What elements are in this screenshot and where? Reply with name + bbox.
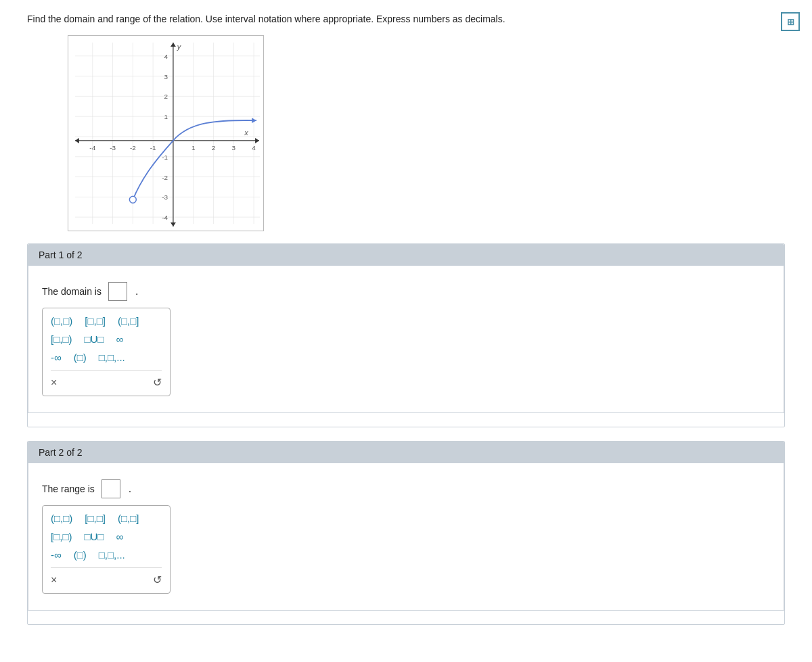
sym-open-open-1[interactable]: (□,□) — [51, 315, 72, 327]
svg-text:-4: -4 — [162, 214, 168, 221]
graph-svg: x y -4 -3 -2 -1 1 2 3 4 4 3 2 1 -1 — [68, 36, 263, 231]
part2-symbol-panel: (□,□) [□,□] (□,□] [□,□) □U□ ∞ -∞ (□) □,□… — [42, 505, 171, 594]
range-dot: . — [129, 483, 131, 495]
part1-section: Part 1 of 2 The domain is . (□,□) [□,□] … — [27, 243, 785, 427]
part1-symbol-row1: (□,□) [□,□] (□,□] — [51, 315, 162, 327]
svg-marker-20 — [255, 138, 259, 143]
svg-marker-23 — [171, 222, 176, 227]
sym-list-1[interactable]: □,□,... — [99, 352, 125, 363]
sym-union-2[interactable]: □U□ — [84, 531, 104, 542]
sym-union-1[interactable]: □U□ — [84, 333, 104, 345]
svg-text:-1: -1 — [162, 153, 168, 161]
svg-marker-22 — [75, 138, 79, 143]
sym-inf-2[interactable]: ∞ — [116, 531, 123, 542]
sym-list-2[interactable]: □,□,... — [99, 549, 125, 561]
domain-label: The domain is — [42, 286, 102, 297]
part1-body: The domain is . (□,□) [□,□] (□,□] [□,□) … — [28, 266, 784, 413]
part2-clear-button[interactable]: × — [51, 574, 57, 586]
svg-text:4: 4 — [164, 53, 168, 60]
part2-body: The range is . (□,□) [□,□] (□,□] [□,□) □… — [28, 463, 784, 611]
sym-neg-inf-2[interactable]: -∞ — [51, 549, 62, 561]
domain-input[interactable] — [108, 282, 127, 301]
sym-inf-1[interactable]: ∞ — [116, 333, 123, 345]
part2-undo-button[interactable]: ↺ — [153, 573, 162, 586]
svg-text:-1: -1 — [150, 144, 156, 151]
part1-action-row: × ↺ — [51, 370, 162, 389]
svg-text:2: 2 — [164, 93, 168, 100]
sym-closed-closed-1[interactable]: [□,□] — [85, 315, 106, 327]
sym-paren-1[interactable]: (□) — [74, 352, 87, 363]
sym-open-open-2[interactable]: (□,□) — [51, 513, 72, 524]
svg-text:1: 1 — [191, 144, 196, 151]
part2-answer-row: The range is . — [42, 479, 770, 498]
part2-symbol-row3: -∞ (□) □,□,... — [51, 549, 162, 561]
svg-text:-2: -2 — [130, 144, 136, 151]
svg-text:-3: -3 — [110, 144, 116, 151]
part1-symbol-row2: [□,□) □U□ ∞ — [51, 333, 162, 345]
range-input[interactable] — [102, 479, 120, 498]
page: ⊞ Find the domain and range of the relat… — [0, 0, 812, 662]
top-right-icon[interactable]: ⊞ — [781, 12, 800, 31]
svg-marker-43 — [252, 118, 256, 123]
graph-container: x y -4 -3 -2 -1 1 2 3 4 4 3 2 1 -1 — [68, 35, 264, 231]
svg-text:3: 3 — [164, 73, 168, 80]
part2-section: Part 2 of 2 The range is . (□,□) [□,□] (… — [27, 441, 785, 625]
range-label: The range is — [42, 483, 95, 494]
part1-answer-row: The domain is . — [42, 282, 770, 301]
domain-dot: . — [135, 285, 138, 298]
svg-marker-21 — [171, 43, 176, 47]
svg-text:-4: -4 — [89, 144, 95, 151]
svg-text:2: 2 — [212, 144, 216, 151]
question-text: Find the domain and range of the relatio… — [27, 14, 785, 24]
part2-symbol-row1: (□,□) [□,□] (□,□] — [51, 513, 162, 524]
svg-point-42 — [129, 196, 136, 203]
sym-open-closed-1[interactable]: (□,□] — [118, 315, 139, 327]
sym-paren-2[interactable]: (□) — [74, 549, 87, 561]
sym-closed-open-1[interactable]: [□,□) — [51, 333, 72, 345]
svg-text:3: 3 — [232, 144, 236, 151]
part1-header: Part 1 of 2 — [28, 244, 784, 266]
svg-text:-2: -2 — [162, 174, 168, 181]
svg-text:x: x — [244, 128, 248, 137]
sym-open-closed-2[interactable]: (□,□] — [118, 513, 139, 524]
sym-neg-inf-1[interactable]: -∞ — [51, 352, 62, 363]
part2-symbol-row2: [□,□) □U□ ∞ — [51, 531, 162, 542]
part2-header: Part 2 of 2 — [28, 442, 784, 463]
part1-undo-button[interactable]: ↺ — [153, 376, 162, 389]
part1-clear-button[interactable]: × — [51, 377, 57, 389]
svg-text:1: 1 — [164, 113, 168, 120]
part1-symbol-panel: (□,□) [□,□] (□,□] [□,□) □U□ ∞ -∞ (□) □,□… — [42, 308, 171, 396]
sym-closed-open-2[interactable]: [□,□) — [51, 531, 72, 542]
part1-symbol-row3: -∞ (□) □,□,... — [51, 352, 162, 363]
part2-action-row: × ↺ — [51, 567, 162, 586]
sym-closed-closed-2[interactable]: [□,□] — [85, 513, 106, 524]
svg-text:-3: -3 — [162, 193, 168, 201]
svg-text:4: 4 — [252, 144, 256, 151]
svg-text:y: y — [177, 43, 181, 51]
